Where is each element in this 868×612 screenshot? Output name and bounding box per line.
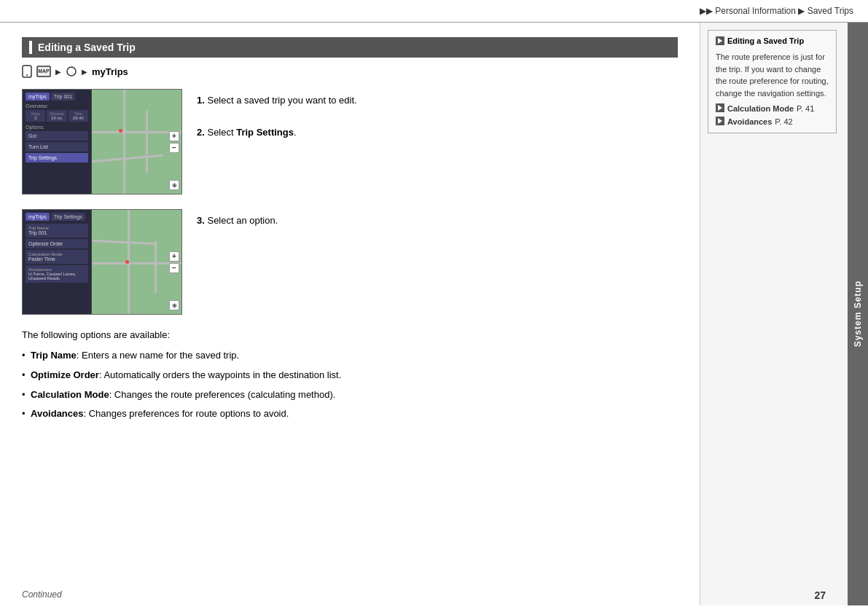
- sidebar-calcmode-bold: Calculation Mode: [727, 104, 794, 113]
- following-text: The following options are available:: [22, 329, 678, 340]
- svg-text:MAP: MAP: [38, 68, 50, 74]
- nav-stat-stops: Stops 3: [26, 110, 45, 122]
- bullet-calcmode-bold: Calculation Mode: [31, 389, 109, 400]
- nav-go-button[interactable]: Go!: [26, 131, 88, 141]
- breadcrumb-part2: Saved Trips: [808, 6, 853, 16]
- step-text-3: 3. Select an option.: [197, 209, 678, 229]
- step-2-number: 2.: [197, 127, 205, 138]
- bullet-tripname-text: : Enters a new name for the saved trip.: [77, 350, 239, 361]
- circle-icon: [66, 66, 77, 77]
- sidebar-vertical-text: System Setup: [853, 280, 863, 347]
- nav-screen-1-image: myTrips Trip 001 Overview: Stops 3 Dista…: [22, 89, 182, 195]
- nav-stat-row: Stops 3 Distance 19 mi. Time 28:40: [26, 110, 88, 122]
- bullet-avoidances-bold: Avoidances: [31, 408, 84, 419]
- nav-left-panel: myTrips Trip 001 Overview: Stops 3 Dista…: [23, 90, 92, 194]
- footer: Continued 27: [0, 589, 848, 601]
- bullet-calcmode: Calculation Mode: Changes the route pref…: [22, 385, 678, 405]
- nav-map-area-2: + − ⊕: [92, 210, 181, 314]
- sidebar-calcmode-text: P. 41: [797, 104, 814, 113]
- bullet-calcmode-text: : Changes the route preferences (calcula…: [109, 389, 336, 400]
- zoom-in-btn-2[interactable]: +: [169, 251, 179, 262]
- footer-continued: Continued: [22, 589, 62, 601]
- path-row: MAP ▶ ▶ myTrips: [22, 65, 678, 78]
- zoom-in-btn[interactable]: +: [169, 131, 179, 141]
- sidebar-note-title: Editing a Saved Trip: [716, 36, 829, 45]
- bullet-list: Trip Name: Enters a new name for the sav…: [22, 346, 678, 424]
- bullet-tripname-bold: Trip Name: [31, 350, 77, 361]
- compass-icon-2: ⊕: [169, 300, 179, 310]
- map-icon: MAP: [36, 66, 51, 77]
- nav-overview-label: Overview:: [26, 103, 88, 109]
- nav2-tab-settings: Trip Settings: [51, 213, 85, 221]
- compass-icon: ⊕: [169, 180, 179, 190]
- bullet-tripname: Trip Name: Enters a new name for the sav…: [22, 346, 678, 366]
- page-number: 27: [814, 589, 826, 601]
- nav-left-panel-2: myTrips Trip Settings Trip Name Trip 001…: [23, 210, 92, 314]
- sidebar-note-title-text: Editing a Saved Trip: [727, 36, 804, 45]
- nav-tripsettings-button[interactable]: Trip Settings: [26, 153, 88, 162]
- bullet-optimizeorder-text: : Automatically orders the waypoints in …: [99, 369, 341, 380]
- right-sidebar: Editing a Saved Trip The route preferenc…: [700, 23, 868, 605]
- breadcrumb-part1: Personal Information: [715, 6, 796, 16]
- sidebar-vertical-label: System Setup: [848, 23, 868, 605]
- zoom-out-btn-2[interactable]: −: [169, 263, 179, 273]
- left-content: Editing a Saved Trip MAP ▶: [0, 23, 700, 605]
- step-3-number: 3.: [197, 215, 205, 226]
- sidebar-link-avoidances-icon: [716, 117, 724, 127]
- bullet-optimizeorder-bold: Optimize Order: [31, 369, 99, 380]
- svg-point-4: [67, 67, 76, 76]
- sidebar-title-icon: [716, 36, 724, 45]
- step-text-1-2: 1. Select a saved trip you want to edit.…: [197, 89, 678, 141]
- sidebar-link-calcmode-icon: [716, 103, 724, 114]
- sidebar-link-avoidances: Avoidances P. 42: [716, 117, 829, 127]
- sidebar-avoidances-text: P. 42: [775, 117, 792, 126]
- nav-stat-distance: Distance 19 mi.: [47, 110, 66, 122]
- nav-screen-2-image: myTrips Trip Settings Trip Name Trip 001…: [22, 209, 182, 315]
- step-row-2: myTrips Trip Settings Trip Name Trip 001…: [22, 209, 678, 315]
- nav2-tripname[interactable]: Trip Name Trip 001: [26, 224, 88, 238]
- nav-options-label: Options:: [26, 125, 88, 130]
- bullet-avoidances: Avoidances: Changes preferences for rout…: [22, 404, 678, 424]
- nav2-avoidances[interactable]: Avoidances: U-Turns, Carpool Lanes, Unpa…: [26, 265, 88, 283]
- step-1-number: 1.: [197, 95, 205, 106]
- path-label: myTrips: [92, 66, 128, 77]
- step-2-text-prefix: Select: [207, 127, 236, 138]
- nav2-optimizeorder[interactable]: Optimize Order: [26, 239, 88, 248]
- nav2-tab-mytrips: myTrips: [26, 213, 50, 221]
- nav-controls-2: + −: [169, 251, 179, 273]
- nav2-calcmode[interactable]: Calculation Mode Faster Time: [26, 250, 88, 264]
- section-header: Editing a Saved Trip: [22, 37, 678, 58]
- step-1-text: Select a saved trip you want to edit.: [207, 95, 356, 106]
- breadcrumb-bar: ▶▶ Personal Information ▶ Saved Trips: [0, 0, 868, 23]
- nav-turnlist-button[interactable]: Turn List: [26, 142, 88, 152]
- step-2-text-suffix: .: [294, 127, 297, 138]
- bullet-optimizeorder: Optimize Order: Automatically orders the…: [22, 366, 678, 385]
- nav-stat-time: Time 28:40: [69, 110, 88, 122]
- nav-map-area-1: + − ⊕: [92, 90, 181, 194]
- step-2-text-bold: Trip Settings: [236, 127, 294, 138]
- breadcrumb-prefix: ▶▶: [700, 6, 713, 16]
- step-2: 2. Select Trip Settings.: [197, 125, 678, 141]
- step-1: 1. Select a saved trip you want to edit.: [197, 93, 678, 109]
- step-row-1: myTrips Trip 001 Overview: Stops 3 Dista…: [22, 89, 678, 195]
- main-layout: Editing a Saved Trip MAP ▶: [0, 23, 868, 605]
- path-arrow2: ▶: [82, 68, 87, 76]
- sidebar-avoidances-bold: Avoidances: [727, 117, 772, 126]
- section-header-bar: [29, 41, 32, 54]
- breadcrumb-arrow1: ▶: [798, 6, 805, 16]
- zoom-out-btn[interactable]: −: [169, 143, 179, 153]
- nav-tab-mytrips: myTrips: [26, 93, 50, 101]
- svg-point-1: [26, 74, 28, 76]
- path-arrow1: ▶: [55, 68, 61, 76]
- sidebar-note-body: The route preference is just for the tri…: [716, 51, 829, 99]
- phone-icon: [22, 65, 32, 78]
- sidebar-link-calcmode: Calculation Mode P. 41: [716, 103, 829, 114]
- nav-controls-1: + −: [169, 131, 179, 153]
- section-title: Editing a Saved Trip: [38, 42, 136, 53]
- step-3-text: Select an option.: [207, 215, 278, 226]
- bullet-avoidances-text: : Changes preferences for route options …: [84, 408, 289, 419]
- nav-tab-trip001: Trip 001: [51, 93, 75, 101]
